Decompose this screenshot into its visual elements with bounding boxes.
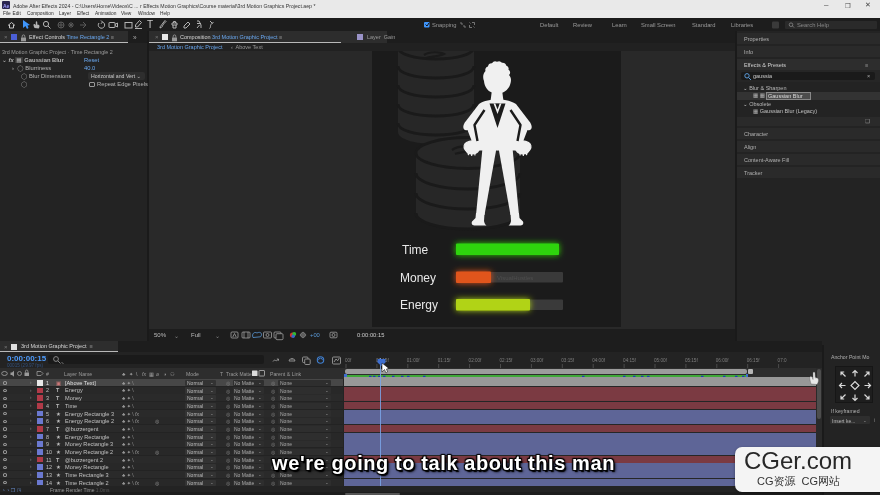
- svg-text:01:00f: 01:00f: [407, 358, 420, 363]
- svg-text:Parent & Link: Parent & Link: [270, 371, 302, 377]
- svg-text:Energy: Energy: [400, 298, 438, 312]
- svg-text:Snapping: Snapping: [432, 22, 457, 28]
- svg-text:Small Screen: Small Screen: [641, 22, 675, 28]
- svg-text:07:0: 07:0: [778, 358, 787, 363]
- svg-text:00f: 00f: [345, 358, 352, 363]
- svg-text:03:00f: 03:00f: [530, 358, 543, 363]
- svg-text:06:15f: 06:15f: [747, 358, 760, 363]
- svg-text:⚇: ⚇: [170, 371, 175, 377]
- svg-text:VisualHustles: VisualHustles: [497, 275, 533, 281]
- svg-text:06:00f: 06:00f: [716, 358, 729, 363]
- svg-text:02:15f: 02:15f: [500, 358, 513, 363]
- svg-text:✦: ✦: [129, 371, 134, 377]
- svg-text:05:15f: 05:15f: [685, 358, 698, 363]
- svg-text:T: T: [147, 19, 153, 30]
- svg-text:Layer Name: Layer Name: [64, 371, 92, 377]
- svg-text:◑: ◑: [163, 371, 166, 377]
- svg-text:Review: Review: [573, 22, 593, 28]
- svg-text:01:15f: 01:15f: [438, 358, 451, 363]
- svg-text:04:00f: 04:00f: [592, 358, 605, 363]
- svg-text:03:15f: 03:15f: [561, 358, 574, 363]
- svg-text:\: \: [136, 371, 138, 377]
- svg-text:Standard: Standard: [692, 22, 716, 28]
- svg-text:Money: Money: [400, 271, 436, 285]
- svg-text:▦: ▦: [149, 371, 154, 377]
- svg-text:0:00:00:15: 0:00:00:15: [357, 332, 384, 338]
- svg-text:05:00f: 05:00f: [654, 358, 667, 363]
- svg-text:Time: Time: [402, 243, 429, 257]
- svg-text:⌀: ⌀: [156, 371, 159, 377]
- svg-text:02:00f: 02:00f: [469, 358, 482, 363]
- svg-text:Libraries: Libraries: [731, 22, 753, 28]
- svg-text:♣: ♣: [122, 371, 126, 377]
- svg-text:+00: +00: [310, 332, 320, 338]
- svg-text:Default: Default: [540, 22, 559, 28]
- svg-text:04:15f: 04:15f: [623, 358, 636, 363]
- svg-text:Track Matte: Track Matte: [226, 372, 252, 377]
- svg-text:T: T: [220, 371, 224, 377]
- svg-text:Learn: Learn: [612, 22, 627, 28]
- svg-text:fx: fx: [142, 371, 146, 377]
- svg-text:Search Help: Search Help: [797, 22, 829, 28]
- svg-text:Mode: Mode: [186, 371, 199, 377]
- svg-text:#: #: [46, 371, 49, 377]
